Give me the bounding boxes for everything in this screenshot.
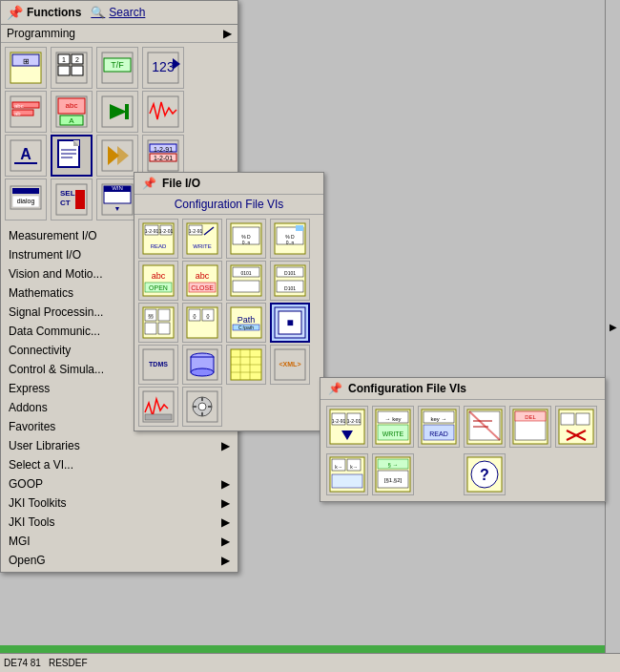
waveform-store-icon[interactable] bbox=[138, 387, 178, 427]
config-selected-icon[interactable]: ■ bbox=[270, 303, 310, 343]
tools-icon[interactable] bbox=[182, 387, 222, 427]
svg-text:1-2-91: 1-2-91 bbox=[154, 146, 173, 153]
config-sections-icon[interactable]: §§ bbox=[138, 303, 178, 343]
config-read-icon[interactable]: 1-2-91 1-2-01 READ bbox=[138, 219, 178, 259]
svg-text:abc: abc bbox=[14, 103, 24, 109]
svg-text:key →: key → bbox=[430, 416, 446, 422]
config-get-key-icon[interactable]: % D 0..n bbox=[270, 219, 310, 259]
dialog-icon[interactable]: dialog bbox=[5, 178, 47, 220]
text-icon[interactable]: A bbox=[5, 135, 47, 177]
config-write-icon[interactable]: 1-2-91 WRITE bbox=[182, 219, 222, 259]
programming-label: Programming bbox=[7, 27, 75, 40]
status-right: RESDEF bbox=[49, 658, 88, 668]
config-read-key-icon[interactable]: D101 D101 bbox=[270, 261, 310, 301]
sidebar-item-selectvi[interactable]: Select a VI... bbox=[1, 455, 238, 474]
array-icon[interactable]: 1 2 bbox=[51, 47, 93, 89]
svg-rect-169 bbox=[576, 413, 589, 425]
spreadsheet-icon[interactable] bbox=[226, 345, 266, 385]
svg-text:TDMS: TDMS bbox=[149, 361, 168, 368]
cfg-read-icon[interactable]: key → READ bbox=[418, 406, 460, 448]
fileio-pin-icon: 📌 bbox=[142, 177, 156, 190]
palette-title-label: Functions bbox=[27, 6, 81, 19]
svg-text:1-2-01: 1-2-01 bbox=[347, 418, 362, 424]
svg-rect-28 bbox=[125, 104, 129, 119]
green-status-bar bbox=[0, 645, 605, 653]
search-icon: 🔍 bbox=[91, 6, 105, 19]
svg-text:WRITE: WRITE bbox=[382, 430, 404, 437]
cfg-get-section-names-icon[interactable]: § → [§1,§2] bbox=[372, 453, 414, 495]
svg-text:dialog: dialog bbox=[17, 198, 35, 205]
sidebar-item-userlibraries[interactable]: User Libraries ▶ bbox=[1, 436, 238, 455]
waveform-icon[interactable] bbox=[142, 91, 184, 133]
thumbtack-icon: 📌 bbox=[7, 5, 23, 20]
jkitools-arrow: ▶ bbox=[221, 515, 230, 529]
cluster-icon[interactable]: 1-2-91 1-2-01 bbox=[142, 135, 184, 177]
goop-label: GOOP bbox=[9, 477, 43, 491]
compare-icon[interactable] bbox=[96, 135, 138, 177]
svg-rect-48 bbox=[12, 188, 39, 194]
cfg-empty1-icon bbox=[418, 453, 460, 495]
search-button[interactable]: 🔍 Search bbox=[91, 6, 145, 19]
string-icon[interactable]: abc ab bbox=[5, 91, 47, 133]
instrument-label: Instrument I/O bbox=[9, 248, 81, 262]
programming-bar[interactable]: Programming ▶ bbox=[1, 25, 238, 43]
svg-rect-54 bbox=[75, 190, 85, 209]
string2-icon[interactable]: abc A bbox=[51, 91, 93, 133]
mathematics-label: Mathematics bbox=[9, 286, 73, 300]
svg-text:C:\path: C:\path bbox=[238, 325, 254, 330]
config-path-icon[interactable]: Path C:\path bbox=[226, 303, 266, 343]
config-close-icon[interactable]: abc CLOSE bbox=[182, 261, 222, 301]
config-del-section-icon[interactable]: % D 0..n bbox=[226, 219, 266, 259]
config-keys-icon[interactable]: {} {} bbox=[182, 303, 222, 343]
selector-icon[interactable]: SELE CT bbox=[51, 178, 93, 220]
express-label: Express bbox=[9, 382, 50, 395]
svg-text:A: A bbox=[69, 116, 74, 125]
svg-text:DEL: DEL bbox=[525, 414, 536, 420]
numeric-icon[interactable]: 123 bbox=[142, 47, 184, 89]
tdms-icon[interactable]: TDMS bbox=[138, 345, 178, 385]
svg-text:2: 2 bbox=[75, 56, 79, 63]
sidebar-item-mgi[interactable]: MGI ▶ bbox=[1, 532, 238, 551]
favorites-label: Favorites bbox=[9, 420, 55, 433]
xml-icon[interactable]: <XML> bbox=[270, 345, 310, 385]
fileio-menu: 📌 File I/O Configuration File VIs 1-2-91… bbox=[134, 172, 324, 431]
right-scrollbar[interactable]: ▶ bbox=[605, 0, 620, 653]
sidebar-item-jkitools[interactable]: JKI Tools ▶ bbox=[1, 513, 238, 532]
jkitoolkits-label: JKI Toolkits bbox=[9, 496, 66, 510]
svg-text:D101: D101 bbox=[284, 270, 296, 276]
sidebar-item-jkitoolkits[interactable]: JKI Toolkits ▶ bbox=[1, 494, 238, 513]
window-icon[interactable]: WIN ▼ bbox=[96, 178, 138, 220]
cfg-delete-key-icon[interactable] bbox=[464, 406, 506, 448]
fileio-section-title: Configuration File VIs bbox=[134, 195, 323, 215]
config-panel-title: Configuration File VIs bbox=[348, 382, 466, 395]
svg-rect-95 bbox=[233, 281, 259, 292]
svg-rect-134 bbox=[145, 414, 172, 420]
cfg-get-key-names-icon[interactable]: k→ k→ bbox=[326, 453, 368, 495]
svg-text:ab: ab bbox=[14, 111, 21, 116]
cfg-help-icon[interactable]: ? bbox=[464, 453, 506, 495]
file-icon[interactable] bbox=[51, 135, 93, 177]
svg-text:1-2-01: 1-2-01 bbox=[154, 155, 173, 161]
selectvi-label: Select a VI... bbox=[9, 458, 73, 472]
boolean-icon[interactable]: T/F bbox=[96, 47, 138, 89]
cfg-delete-section-icon[interactable]: DEL bbox=[509, 406, 551, 448]
cfg-open-icon[interactable]: 1-2-91 1-2-01 bbox=[326, 406, 368, 448]
svg-text:WIN: WIN bbox=[112, 185, 123, 191]
config-write-key-icon[interactable]: 0101 0101 bbox=[226, 261, 266, 301]
svg-rect-168 bbox=[561, 413, 574, 425]
cfg-close-icon[interactable] bbox=[555, 406, 597, 448]
svg-text:Path: Path bbox=[238, 315, 256, 325]
svg-rect-104 bbox=[145, 323, 156, 334]
database-icon[interactable] bbox=[182, 345, 222, 385]
struct-icon[interactable]: ⊞ bbox=[5, 47, 47, 89]
userlibs-label: User Libraries bbox=[9, 439, 80, 452]
svg-text:k→: k→ bbox=[350, 464, 358, 470]
mgi-arrow: ▶ bbox=[221, 535, 230, 548]
config-open-icon[interactable]: abc OPEN bbox=[138, 261, 178, 301]
svg-text:0101: 0101 bbox=[240, 270, 251, 276]
cfg-write-icon[interactable]: → key WRITE bbox=[372, 406, 414, 448]
sidebar-item-goop[interactable]: GOOP ▶ bbox=[1, 474, 238, 494]
exec-icon[interactable] bbox=[96, 91, 138, 133]
sidebar-item-openg[interactable]: OpenG ▶ bbox=[1, 551, 238, 570]
svg-text:1-2-91: 1-2-91 bbox=[332, 418, 346, 424]
